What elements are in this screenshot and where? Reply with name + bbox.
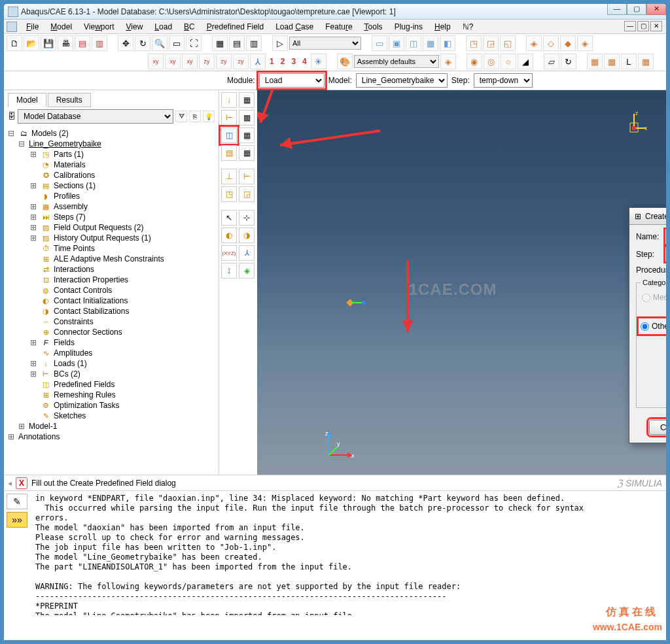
new-icon[interactable]: 🗋 <box>7 35 22 51</box>
tool-csys[interactable]: ⅄ <box>239 245 255 261</box>
tool-datum1[interactable]: ⊥ <box>221 169 237 184</box>
tool-predef-manager[interactable]: ▦ <box>239 127 255 143</box>
render1-icon[interactable]: ◳ <box>466 35 482 51</box>
menu-tools[interactable]: Tools <box>359 21 388 33</box>
tool-create-loadcase[interactable]: ▤ <box>221 145 237 161</box>
cycle-icon[interactable]: ↻ <box>561 54 576 69</box>
tree-amplitudes[interactable]: Amplitudes <box>54 348 92 358</box>
tool-datum2[interactable]: ⊢ <box>239 169 255 184</box>
tool-load-manager[interactable]: ▦ <box>239 92 255 108</box>
print-icon[interactable]: 🖶 <box>58 35 73 51</box>
palette-icon[interactable]: 🎨 <box>337 54 353 69</box>
continue-button[interactable]: Continue... <box>649 420 667 435</box>
tool-create-predefined-field[interactable]: ◫ <box>221 127 237 143</box>
iso-icon3[interactable]: ◆ <box>560 35 576 51</box>
view1-icon[interactable]: ▭ <box>372 35 387 51</box>
model-select[interactable]: Line_Geometrybaike <box>356 73 448 88</box>
ann4-icon[interactable]: ▦ <box>638 54 654 69</box>
tool-att1[interactable]: ◐ <box>221 228 237 243</box>
step-select-dlg[interactable]: temp-down <box>666 248 667 261</box>
tree-loads[interactable]: Loads (1) <box>54 359 87 368</box>
tree-contctrl[interactable]: Contact Controls <box>54 286 112 295</box>
mdi-restore-button[interactable]: ▢ <box>637 21 649 31</box>
view2-icon[interactable]: ▣ <box>389 35 404 51</box>
tool-att2[interactable]: ◑ <box>239 228 255 243</box>
triad1-icon[interactable]: ⅄ <box>250 54 266 69</box>
context-help-icon[interactable]: ℕ? <box>457 21 479 33</box>
radio-other[interactable] <box>641 322 649 331</box>
open-icon[interactable]: 📂 <box>24 35 39 51</box>
view5-icon[interactable]: ◧ <box>440 35 455 51</box>
fit-icon[interactable]: ⛶ <box>186 35 202 51</box>
tool-coord2[interactable]: ◲ <box>239 186 255 202</box>
shade-icon[interactable]: ◢ <box>518 54 533 69</box>
copy-icon[interactable]: ⎘ <box>189 110 201 122</box>
pan-icon[interactable]: ✥ <box>118 35 133 51</box>
tree-ale[interactable]: ALE Adaptive Mesh Constraints <box>54 254 164 263</box>
tree-connsec[interactable]: Connector Sections <box>54 328 122 337</box>
axis-6-icon[interactable]: zy <box>233 54 249 69</box>
tree-profiles[interactable]: Profiles <box>54 192 80 201</box>
tree-bcs[interactable]: BCs (2) <box>54 369 80 379</box>
tree-remesh[interactable]: Remeshing Rules <box>54 390 116 399</box>
tree-sections[interactable]: Sections (1) <box>54 181 96 190</box>
tree-opt[interactable]: Optimization Tasks <box>54 401 119 410</box>
book-icon[interactable]: ▤ <box>75 35 90 51</box>
tab-results[interactable]: Results <box>48 93 91 107</box>
tool-xyz[interactable]: (XYZ) <box>221 245 237 261</box>
model-tree[interactable]: ⊟🗂Models (2) ⊟Line_Geometrybaike ⊞◳Parts… <box>4 126 219 475</box>
persp-icon[interactable]: ▱ <box>544 54 559 69</box>
cube-icon[interactable]: ◈ <box>440 54 456 69</box>
tree-parts[interactable]: Parts (1) <box>54 150 84 159</box>
tree-predef[interactable]: Predefined Fields <box>54 380 115 389</box>
num-3[interactable]: 3 <box>289 57 298 66</box>
dialog-titlebar[interactable]: ⊞ Create Predefined Field ✕ <box>629 208 667 225</box>
msg-cli-icon[interactable]: »» <box>7 512 27 528</box>
filter-icon[interactable]: ᗊ <box>175 110 187 122</box>
msg-mode-icon[interactable]: ✎ <box>7 494 27 509</box>
close-button[interactable]: ✕ <box>646 3 666 15</box>
book2-icon[interactable]: ▥ <box>92 35 107 51</box>
tool-query[interactable]: ↖ <box>221 210 237 226</box>
render3-icon[interactable]: ◱ <box>500 35 516 51</box>
mdb-select[interactable]: Model Database <box>18 109 173 124</box>
tool-coord1[interactable]: ◳ <box>221 186 237 202</box>
tree-model[interactable]: Line_Geometrybaike <box>29 139 101 148</box>
num-4[interactable]: 4 <box>300 57 309 66</box>
tree-calibrations[interactable]: Calibrations <box>54 171 95 180</box>
ann1-icon[interactable]: ▦ <box>587 54 603 69</box>
tree-annotations[interactable]: Annotations <box>18 432 60 441</box>
tree-continit[interactable]: Contact Initializations <box>54 296 128 305</box>
view4-icon[interactable]: ▦ <box>423 35 438 51</box>
menu-plugins[interactable]: Plug-ins <box>389 21 428 33</box>
maximize-button[interactable]: ▢ <box>627 3 646 15</box>
display-group-icon[interactable]: ▦ <box>212 35 228 51</box>
o3-icon[interactable]: ○ <box>501 54 516 69</box>
tree-materials[interactable]: Materials <box>54 160 86 169</box>
select-icon[interactable]: ▷ <box>272 35 288 51</box>
tool-misc2[interactable]: ◈ <box>239 263 255 279</box>
axis-5-icon[interactable]: zy <box>216 54 232 69</box>
tree-constraints[interactable]: Constraints <box>54 317 94 326</box>
menu-model[interactable]: Model <box>45 21 77 33</box>
tree-fields[interactable]: Fields <box>54 338 75 347</box>
tool-bc-manager[interactable]: ▦ <box>239 110 255 126</box>
minimize-button[interactable]: — <box>607 3 627 15</box>
ann3-icon[interactable]: L <box>621 54 637 69</box>
module-select[interactable]: Load <box>259 73 325 88</box>
zoom-box-icon[interactable]: ▭ <box>169 35 185 51</box>
o1-icon[interactable]: ◉ <box>467 54 482 69</box>
menu-bc[interactable]: BC <box>179 21 200 33</box>
color-code-select[interactable]: Assembly defaults <box>354 55 439 68</box>
axis-xz-icon[interactable]: xy <box>165 54 181 69</box>
message-log[interactable]: in keyword *ENDPART, file "daoxian.inp",… <box>34 491 666 615</box>
tree-interactions[interactable]: Interactions <box>54 265 94 274</box>
tree-fieldout[interactable]: Field Output Requests (2) <box>54 223 143 232</box>
menu-file[interactable]: File <box>21 21 44 33</box>
axis-yz-icon[interactable]: xy <box>182 54 198 69</box>
menu-predefined-field[interactable]: Predefined Field <box>202 21 269 33</box>
tool-ref[interactable]: ⊹ <box>239 210 255 226</box>
tree-histout[interactable]: History Output Requests (1) <box>54 233 151 243</box>
tree-intprops[interactable]: Interaction Properties <box>54 275 128 284</box>
num-1[interactable]: 1 <box>267 57 277 66</box>
